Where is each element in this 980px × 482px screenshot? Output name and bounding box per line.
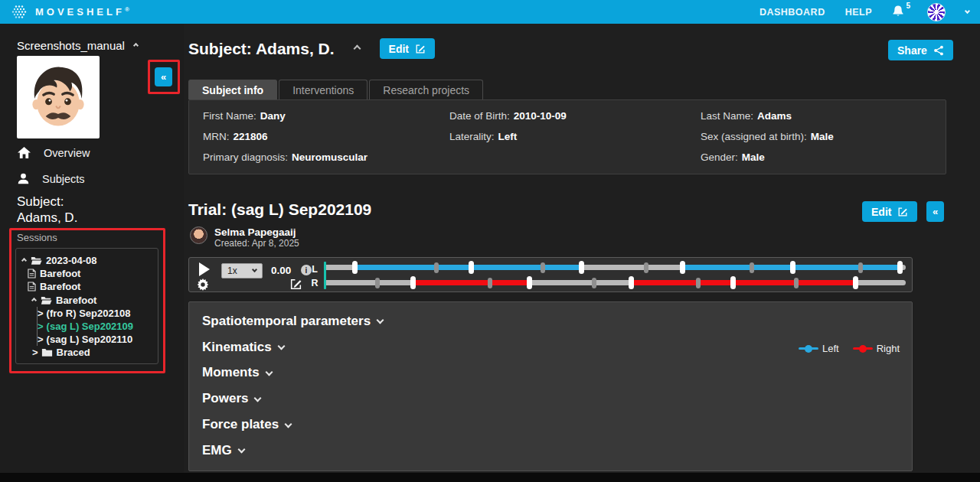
chevron-down-icon bbox=[254, 394, 262, 402]
section-label: Force plates bbox=[202, 417, 279, 432]
tree-prefix: > bbox=[38, 334, 44, 345]
field-label: Sex (assigned at birth): bbox=[701, 131, 807, 142]
tree-trial[interactable]: >(sag L) Sep202109 bbox=[37, 320, 153, 333]
event-marker-white bbox=[790, 261, 795, 274]
info-field: Laterality:Left bbox=[449, 131, 567, 145]
tree-label: 2023-04-08 bbox=[46, 255, 97, 266]
event-marker-white bbox=[680, 261, 685, 274]
memoji-face bbox=[21, 60, 95, 134]
sidebar-collapse-button[interactable]: « bbox=[155, 67, 172, 86]
user-menu-chevron-down-icon[interactable] bbox=[965, 8, 970, 13]
user-avatar[interactable] bbox=[927, 3, 946, 21]
event-marker-gray bbox=[750, 262, 754, 273]
info-column: Last Name:AdamsSex (assigned at birth):M… bbox=[701, 110, 834, 165]
field-label: MRN: bbox=[203, 131, 230, 142]
gait-cycle-segment bbox=[631, 280, 855, 285]
moveshelf-logo-icon bbox=[9, 4, 28, 21]
nav-link-dashboard[interactable]: DASHBOARD bbox=[760, 7, 825, 18]
event-marker-gray bbox=[541, 262, 545, 273]
right-gait-track[interactable] bbox=[324, 280, 906, 285]
gait-cycle-segment bbox=[413, 280, 529, 285]
event-marker-gray bbox=[696, 278, 701, 288]
event-marker-white bbox=[629, 276, 634, 289]
doc-icon bbox=[28, 269, 36, 278]
tree-folder[interactable]: 2023-04-08 bbox=[22, 254, 153, 267]
section-spatiotemporal-parameters[interactable]: Spatiotemporal parameters bbox=[202, 308, 912, 334]
legend-item-left[interactable]: Left bbox=[799, 343, 839, 354]
chevron-down-icon bbox=[377, 317, 384, 324]
legend-item-right[interactable]: Right bbox=[853, 343, 900, 354]
folder-open-icon bbox=[31, 256, 42, 265]
edit-icon bbox=[897, 207, 908, 217]
project-selector[interactable]: Screenshots_manual bbox=[17, 39, 138, 52]
tree-trial[interactable]: >(fro R) Sep202108 bbox=[37, 307, 153, 320]
trial-collapse-button[interactable]: « bbox=[926, 201, 944, 222]
creator-avatar bbox=[190, 226, 207, 244]
subject-collapse-chevron-up-icon[interactable] bbox=[353, 45, 361, 53]
tree-trial[interactable]: >(sag L) Sep202110 bbox=[37, 333, 153, 346]
info-field: Gender:Male bbox=[701, 151, 834, 165]
subject-edit-button[interactable]: Edit bbox=[380, 38, 435, 59]
chevron-up-icon bbox=[133, 43, 139, 48]
edit-icon bbox=[415, 44, 426, 54]
field-label: Last Name: bbox=[701, 110, 753, 122]
registered-mark: ® bbox=[125, 6, 132, 13]
doc-icon bbox=[28, 282, 36, 291]
legend-label: Left bbox=[822, 343, 839, 354]
chevron-down-icon bbox=[237, 446, 245, 454]
playhead[interactable] bbox=[324, 262, 326, 289]
tree-prefix: > bbox=[38, 308, 44, 319]
legend-label: Right bbox=[877, 343, 900, 354]
event-marker-gray bbox=[375, 278, 380, 288]
tree-folder[interactable]: Barefoot bbox=[32, 294, 153, 307]
trial-edit-button[interactable]: Edit bbox=[862, 201, 917, 222]
speed-value: 1x bbox=[227, 265, 237, 276]
section-force-plates[interactable]: Force plates bbox=[202, 412, 912, 438]
sessions-label: Sessions bbox=[17, 232, 57, 243]
event-marker-gray bbox=[488, 278, 492, 288]
share-button[interactable]: Share bbox=[888, 40, 953, 60]
play-button[interactable] bbox=[199, 262, 210, 276]
legend-swatch bbox=[799, 347, 818, 350]
nav-link-help[interactable]: HELP bbox=[845, 7, 872, 18]
tree-label: (sag L) Sep202109 bbox=[47, 321, 133, 332]
edit-events-icon[interactable] bbox=[289, 278, 302, 291]
tree-folder[interactable]: >Braced bbox=[32, 346, 153, 359]
settings-gear-icon[interactable] bbox=[197, 278, 209, 291]
left-gait-track[interactable] bbox=[324, 265, 906, 270]
notifications-button[interactable]: 5 bbox=[892, 5, 907, 20]
section-label: EMG bbox=[202, 443, 232, 458]
creator-date: Created: Apr 8, 2025 bbox=[214, 238, 299, 249]
tab-research-projects[interactable]: Research projects bbox=[369, 80, 483, 99]
left-right-legend: LeftRight bbox=[799, 343, 900, 354]
section-moments[interactable]: Moments bbox=[202, 360, 912, 386]
gait-timeline[interactable] bbox=[324, 262, 906, 289]
brand[interactable]: MOVESHELF® bbox=[9, 4, 132, 21]
event-marker-white bbox=[410, 276, 416, 289]
section-emg[interactable]: EMG bbox=[202, 438, 912, 464]
tree-file[interactable]: Barefoot bbox=[28, 267, 153, 280]
sidebar-item-subjects[interactable]: Subjects bbox=[17, 172, 85, 185]
tree-label: (sag L) Sep202110 bbox=[47, 334, 133, 345]
project-avatar[interactable] bbox=[17, 56, 100, 138]
sidebar-item-overview[interactable]: Overview bbox=[17, 146, 90, 159]
notification-badge: 5 bbox=[906, 2, 910, 10]
field-value: Dany bbox=[260, 110, 286, 122]
tab-subject-info[interactable]: Subject info bbox=[188, 80, 277, 99]
field-value: Left bbox=[498, 131, 518, 142]
chevron-down-icon bbox=[285, 420, 292, 428]
playback-speed-select[interactable]: 1x bbox=[221, 263, 263, 278]
field-label: Gender: bbox=[701, 151, 738, 163]
tree-file[interactable]: Barefoot bbox=[28, 280, 153, 293]
share-icon bbox=[933, 45, 944, 56]
brand-name: MOVESHELF® bbox=[35, 6, 132, 18]
event-marker-white bbox=[352, 261, 358, 274]
tab-interventions[interactable]: Interventions bbox=[279, 80, 368, 99]
home-icon bbox=[17, 146, 31, 159]
subject-tabs: Subject infoInterventionsResearch projec… bbox=[188, 80, 485, 99]
media-player-bar: 1x 0.00 i L R bbox=[188, 257, 913, 292]
tree-label: Barefoot bbox=[40, 281, 80, 292]
section-powers[interactable]: Powers bbox=[202, 386, 912, 412]
info-field: Last Name:Adams bbox=[701, 110, 834, 124]
info-column: Date of Birth:2010-10-09Laterality:Left bbox=[449, 110, 567, 145]
